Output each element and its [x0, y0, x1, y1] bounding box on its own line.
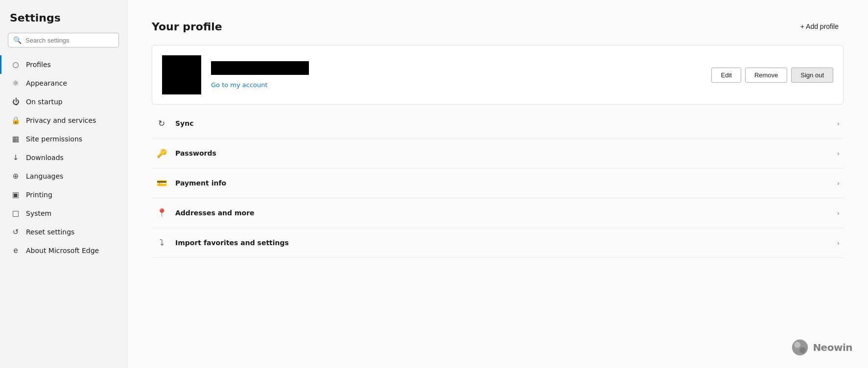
reset-settings-icon: ↺ — [11, 228, 20, 236]
passwords-icon: 🔑 — [156, 147, 167, 159]
sidebar-item-languages[interactable]: ⊕Languages — [0, 167, 127, 185]
sign-out-button[interactable]: Sign out — [791, 68, 833, 83]
edit-button[interactable]: Edit — [711, 68, 741, 83]
search-box[interactable]: 🔍 — [8, 33, 119, 47]
languages-icon: ⊕ — [11, 172, 20, 181]
sidebar-item-downloads[interactable]: ↓Downloads — [0, 148, 127, 167]
about-icon: e — [11, 246, 20, 255]
search-input[interactable] — [25, 37, 114, 44]
profile-actions: Edit Remove Sign out — [711, 68, 833, 83]
neowin-watermark: Neowin — [791, 339, 852, 356]
printing-icon: ▣ — [11, 190, 20, 199]
sync-icon: ↻ — [156, 117, 167, 129]
main-header: Your profile + Add profile — [152, 20, 844, 33]
payment-info-chevron-icon: › — [837, 180, 840, 187]
settings-title: Settings — [0, 12, 127, 33]
import-icon: ⤵ — [156, 237, 167, 249]
sidebar-item-on-startup[interactable]: ⏻On startup — [0, 92, 127, 111]
svg-point-2 — [799, 347, 806, 353]
sidebar-item-label-downloads: Downloads — [26, 154, 64, 161]
menu-item-label-payment-info: Payment info — [175, 179, 829, 187]
neowin-logo-icon — [791, 339, 809, 356]
profile-avatar — [162, 55, 201, 94]
profiles-icon: ○ — [11, 60, 20, 69]
sidebar-item-profiles[interactable]: ○Profiles — [0, 55, 127, 74]
system-icon: □ — [11, 209, 20, 218]
remove-button[interactable]: Remove — [745, 68, 787, 83]
sidebar-item-about[interactable]: eAbout Microsoft Edge — [0, 241, 127, 260]
sidebar-item-privacy[interactable]: 🔒Privacy and services — [0, 111, 127, 130]
svg-point-1 — [795, 342, 801, 348]
sidebar-item-appearance[interactable]: ☼Appearance — [0, 74, 127, 92]
sidebar-item-reset-settings[interactable]: ↺Reset settings — [0, 223, 127, 241]
profile-card: Go to my account Edit Remove Sign out — [152, 45, 844, 105]
sidebar-item-label-privacy: Privacy and services — [26, 116, 96, 124]
menu-item-passwords[interactable]: 🔑Passwords› — [152, 138, 844, 168]
menu-item-label-import: Import favorites and settings — [175, 239, 829, 247]
sidebar-nav: ○Profiles☼Appearance⏻On startup🔒Privacy … — [0, 55, 127, 260]
menu-item-sync[interactable]: ↻Sync› — [152, 109, 844, 138]
addresses-chevron-icon: › — [837, 209, 840, 217]
sidebar-item-label-appearance: Appearance — [26, 79, 67, 87]
sidebar-item-label-about: About Microsoft Edge — [26, 247, 99, 254]
svg-point-0 — [792, 340, 808, 355]
search-icon: 🔍 — [13, 36, 22, 44]
addresses-icon: 📍 — [156, 207, 167, 219]
sidebar-item-label-system: System — [26, 209, 51, 217]
main-content: Your profile + Add profile Go to my acco… — [127, 0, 868, 368]
sidebar: Settings 🔍 ○Profiles☼Appearance⏻On start… — [0, 0, 127, 368]
sidebar-item-label-site-permissions: Site permissions — [26, 135, 82, 143]
menu-item-import[interactable]: ⤵Import favorites and settings› — [152, 228, 844, 258]
downloads-icon: ↓ — [11, 153, 20, 162]
payment-info-icon: 💳 — [156, 177, 167, 189]
on-startup-icon: ⏻ — [11, 97, 20, 106]
sidebar-item-label-reset-settings: Reset settings — [26, 228, 74, 236]
neowin-brand-text: Neowin — [813, 342, 852, 353]
passwords-chevron-icon: › — [837, 150, 840, 157]
go-to-account-link[interactable]: Go to my account — [211, 81, 268, 89]
privacy-icon: 🔒 — [11, 116, 20, 125]
sidebar-item-label-profiles: Profiles — [26, 61, 51, 69]
profile-info: Go to my account — [211, 61, 702, 89]
sidebar-item-label-languages: Languages — [26, 172, 63, 180]
profile-name-redacted — [211, 61, 309, 75]
sidebar-item-label-printing: Printing — [26, 191, 52, 199]
menu-item-label-addresses: Addresses and more — [175, 209, 829, 217]
sync-chevron-icon: › — [837, 120, 840, 127]
sidebar-item-label-on-startup: On startup — [26, 98, 63, 106]
search-wrapper: 🔍 — [0, 33, 127, 55]
profile-menu-list: ↻Sync›🔑Passwords›💳Payment info›📍Addresse… — [152, 109, 844, 258]
page-title: Your profile — [152, 21, 222, 33]
menu-item-label-passwords: Passwords — [175, 149, 829, 157]
sidebar-item-printing[interactable]: ▣Printing — [0, 185, 127, 204]
menu-item-label-sync: Sync — [175, 119, 829, 127]
menu-item-payment-info[interactable]: 💳Payment info› — [152, 168, 844, 198]
menu-item-addresses[interactable]: 📍Addresses and more› — [152, 198, 844, 228]
import-chevron-icon: › — [837, 239, 840, 247]
sidebar-item-site-permissions[interactable]: ▦Site permissions — [0, 130, 127, 148]
appearance-icon: ☼ — [11, 79, 20, 88]
add-profile-button[interactable]: + Add profile — [796, 20, 844, 33]
sidebar-item-system[interactable]: □System — [0, 204, 127, 223]
site-permissions-icon: ▦ — [11, 135, 20, 143]
